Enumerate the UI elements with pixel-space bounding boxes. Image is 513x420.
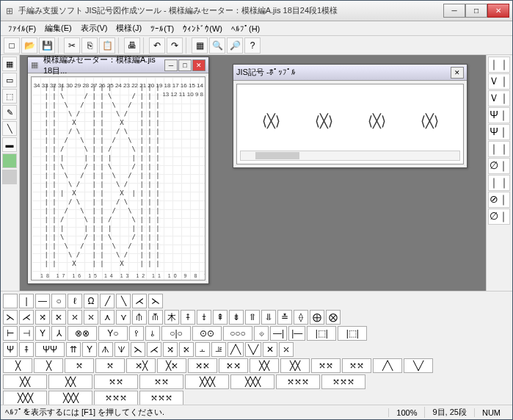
sym-r3-8[interactable]: ⫰ <box>145 326 160 341</box>
sym-r3-10[interactable]: ⊙⊙ <box>192 326 222 341</box>
cut-button[interactable]: ✂ <box>64 37 80 54</box>
sym-dec2[interactable]: ⋋ <box>148 294 163 308</box>
sym-r5-14[interactable]: ╲╱ <box>404 358 433 373</box>
new-button[interactable]: □ <box>4 37 20 54</box>
sym-r7-2[interactable]: ╳╳╳ <box>48 391 92 405</box>
sym-r3-4[interactable]: ⅄ <box>51 326 66 341</box>
sym-r6-2[interactable]: ╳╳ <box>48 374 92 389</box>
maximize-button[interactable]: □ <box>465 4 487 18</box>
jis-symbol-1[interactable]: ⟨╳⟩ <box>252 103 289 140</box>
child-maximize-button[interactable]: □ <box>178 59 192 71</box>
menu-pattern[interactable]: 模様(J) <box>112 21 146 35</box>
sym-twist[interactable]: ℓ <box>68 294 82 308</box>
zoom-in-button[interactable]: 🔍 <box>209 37 225 54</box>
tool-color1[interactable] <box>2 153 17 168</box>
sym-r2-10[interactable]: ⫚ <box>148 310 163 325</box>
rtool-10[interactable]: ∅｜ <box>488 209 510 225</box>
rtool-5[interactable]: Ψ｜ <box>488 124 510 140</box>
sym-r2-16[interactable]: ⥣ <box>245 310 260 325</box>
sym-r4-11[interactable]: ⤪ <box>179 342 194 357</box>
sym-r7-1[interactable]: ╳╳╳ <box>3 391 47 405</box>
sym-r2-3[interactable]: ⤨ <box>35 310 50 325</box>
tool-fill[interactable]: ▬ <box>2 137 17 152</box>
sym-r3-14[interactable]: |— <box>288 326 305 341</box>
sym-r2-9[interactable]: ⫛ <box>132 310 147 325</box>
sym-r5-6[interactable]: ╳⤪ <box>157 358 186 373</box>
sym-r2-19[interactable]: ⟠ <box>294 310 308 325</box>
sym-r5-10[interactable]: ╳╳ <box>280 358 310 373</box>
sym-r2-21[interactable]: ⨂ <box>326 310 341 325</box>
sym-r3-13[interactable]: —| <box>270 326 287 341</box>
sym-r2-4[interactable]: ⤪ <box>51 310 66 325</box>
sym-r4-12[interactable]: ⫠ <box>195 342 210 357</box>
sym-r2-6[interactable]: ⤬ <box>84 310 98 325</box>
sym-r4-7[interactable]: ⩛ <box>114 342 129 357</box>
child-minimize-button[interactable]: ─ <box>164 59 178 71</box>
sym-r5-13[interactable]: ╱╲ <box>373 358 402 373</box>
menu-view[interactable]: 表示(V) <box>76 21 112 35</box>
tool-line[interactable]: ╲ <box>2 121 17 136</box>
sym-r6-1[interactable]: ╳╳ <box>3 374 47 389</box>
sym-r6-8[interactable]: ⤲⤲⤲ <box>321 374 365 389</box>
sym-r6-3[interactable]: ⤲⤲ <box>94 374 138 389</box>
sym-r4-1[interactable]: Ψ <box>3 342 18 357</box>
minimize-button[interactable]: ─ <box>443 4 465 18</box>
sym-r3-5[interactable]: ⊗⊗ <box>68 326 97 341</box>
menu-edit[interactable]: 編集(E) <box>40 21 76 35</box>
sym-r4-5[interactable]: Υ <box>82 342 97 357</box>
sym-r3-7[interactable]: ⫯ <box>129 326 144 341</box>
sym-purl[interactable]: — <box>35 294 50 308</box>
copy-button[interactable]: ⎘ <box>81 37 98 54</box>
rtool-9[interactable]: ⊘｜ <box>488 192 510 208</box>
sym-r2-2[interactable]: ⋌ <box>19 310 34 325</box>
sym-r4-2[interactable]: ⤉ <box>19 342 34 357</box>
sym-slip[interactable]: Ω <box>84 294 98 308</box>
menu-tool[interactable]: ﾂｰﾙ(T) <box>146 23 178 35</box>
menu-file[interactable]: ﾌｧｲﾙ(F) <box>4 23 40 35</box>
sym-r6-5[interactable]: ╳╳╳ <box>185 374 229 389</box>
sym-r3-2[interactable]: ⊣ <box>19 326 34 341</box>
jis-symbol-2[interactable]: ⟨╳⟩ <box>305 103 342 140</box>
sym-r2-20[interactable]: ⨁ <box>310 310 324 325</box>
rtool-8[interactable]: ｜｜ <box>488 175 510 191</box>
sym-knit[interactable]: | <box>19 294 34 308</box>
sym-r4-14[interactable]: ╱╲ <box>228 342 244 357</box>
sym-dec1[interactable]: ⋌ <box>132 294 147 308</box>
sym-r4-4[interactable]: ⇈ <box>66 342 81 357</box>
sym-yo[interactable]: ○ <box>51 294 66 308</box>
sym-r3-11[interactable]: ○○○ <box>223 326 252 341</box>
tool-region[interactable]: ⬚ <box>2 89 17 104</box>
rtool-4[interactable]: Ψ｜ <box>488 107 510 123</box>
sym-r4-8[interactable]: ⋋ <box>131 342 145 357</box>
sym-k2tog[interactable]: ╲ <box>116 294 131 308</box>
sym-r5-3[interactable]: ⤲ <box>65 358 94 373</box>
sym-r3-12[interactable]: ⟐ <box>254 326 269 341</box>
rtool-3[interactable]: Ｖ｜ <box>488 90 510 106</box>
sym-r3-16[interactable]: |⬚| <box>338 326 367 341</box>
undo-button[interactable]: ↶ <box>149 37 165 54</box>
menu-window[interactable]: ｳｨﾝﾄﾞｳ(W) <box>178 23 227 35</box>
jis-close-button[interactable]: ✕ <box>451 67 464 79</box>
sym-r4-17[interactable]: ⤫ <box>279 342 294 357</box>
sym-r2-18[interactable]: ≛ <box>277 310 292 325</box>
tool-select[interactable]: ▦ <box>2 57 17 71</box>
open-button[interactable]: 📂 <box>21 37 37 54</box>
help-button[interactable]: ? <box>244 37 261 54</box>
sym-r3-3[interactable]: Y <box>35 326 50 341</box>
zoom-out-button[interactable]: 🔎 <box>227 37 243 54</box>
sym-r2-5[interactable]: ⤫ <box>68 310 82 325</box>
tool-color2[interactable] <box>2 170 17 184</box>
sym-r4-6[interactable]: ⩚ <box>98 342 113 357</box>
sym-r7-4[interactable]: ⤲⤲⤲ <box>139 391 183 405</box>
sym-r5-4[interactable]: ⤲ <box>95 358 125 373</box>
sym-r6-6[interactable]: ╳╳╳ <box>230 374 274 389</box>
print-button[interactable]: 🖶 <box>124 37 140 54</box>
redo-button[interactable]: ↷ <box>167 37 183 54</box>
tool-pencil[interactable]: ✎ <box>2 105 17 120</box>
sym-r2-1[interactable]: ⋋ <box>3 310 18 325</box>
jis-palette-window[interactable]: JIS記号 -ﾎﾟｯﾌﾟﾙ ✕ ⟨╳⟩ ⟨╳⟩ ⟨╳⟩ ⟨╳⟩ <box>233 64 467 168</box>
rtool-7[interactable]: ∅｜ <box>488 158 510 174</box>
sym-r5-12[interactable]: ⤲⤲ <box>342 358 371 373</box>
menu-help[interactable]: ﾍﾙﾌﾟ(H) <box>227 23 264 35</box>
sym-r4-16[interactable]: ✕ <box>263 342 277 357</box>
